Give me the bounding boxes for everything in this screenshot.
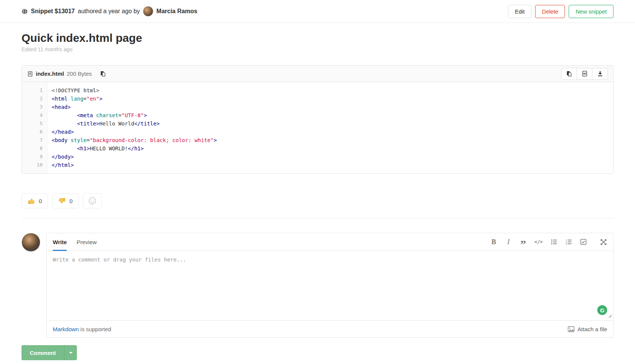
open-raw-button[interactable] <box>577 68 592 80</box>
copy-icon <box>566 70 572 77</box>
file-panel: index.html 200 Bytes <box>21 65 614 174</box>
comment-submit-button[interactable]: Comment <box>21 345 64 360</box>
code-gutter: 12345678910 <box>22 82 47 173</box>
thumbs-down-button[interactable]: 0 <box>52 193 78 208</box>
file-title: index.html 200 Bytes <box>27 70 108 78</box>
file-name: index.html <box>36 70 64 77</box>
tab-preview[interactable]: Preview <box>77 233 96 251</box>
comment-form-header: Write Preview B I ” </> 123 <box>47 233 613 251</box>
current-user-avatar <box>21 233 40 252</box>
author-avatar[interactable] <box>143 6 153 17</box>
svg-text:3: 3 <box>566 243 567 245</box>
code-viewer: 12345678910 <!DOCTYPE html><html lang="e… <box>22 82 613 173</box>
thumbs-down-count: 0 <box>69 198 72 204</box>
comment-options-toggle[interactable] <box>64 345 77 360</box>
copy-file-path-button[interactable] <box>98 70 108 78</box>
thumbs-up-icon <box>28 197 35 205</box>
italic-button[interactable]: I <box>505 237 512 246</box>
award-emoji-row: 0 0 <box>21 193 614 208</box>
markdown-toolbar: B I ” </> 123 <box>490 237 607 246</box>
snippet-header: Quick index.html page Edited 11 months a… <box>0 23 635 52</box>
resize-handle[interactable] <box>608 313 612 320</box>
attach-file-label: Attach a file <box>578 326 607 332</box>
download-button[interactable] <box>592 68 608 80</box>
snippet-id: Snippet $13017 <box>31 8 75 15</box>
comment-textarea[interactable] <box>47 251 613 320</box>
copy-contents-button[interactable] <box>561 68 577 80</box>
file-size: 200 Bytes <box>67 70 92 77</box>
copy-icon <box>100 70 106 77</box>
submit-row: Comment <box>21 345 614 360</box>
smiley-icon <box>88 197 96 205</box>
fullscreen-button[interactable] <box>600 237 607 246</box>
thumbs-up-button[interactable]: 0 <box>21 193 48 208</box>
comment-section: Write Preview B I ” </> 123 <box>0 219 635 338</box>
edit-button[interactable]: Edit <box>508 5 531 18</box>
file-header: index.html 200 Bytes <box>22 66 613 82</box>
file-text-icon <box>27 71 33 77</box>
snippet-topbar: Snippet $13017 authored a year ago by Ma… <box>0 0 635 23</box>
bold-button[interactable]: B <box>490 237 497 246</box>
attach-file-button[interactable]: Attach a file <box>568 326 607 333</box>
file-action-buttons <box>561 68 608 80</box>
add-award-emoji-button[interactable] <box>83 193 102 208</box>
edited-timestamp: Edited 11 months ago <box>21 46 614 52</box>
globe-icon <box>21 8 28 15</box>
comment-split-button: Comment <box>21 345 77 360</box>
new-snippet-button[interactable]: New snippet <box>569 5 614 18</box>
thumbs-up-count: 0 <box>39 198 42 204</box>
markdown-link[interactable]: Markdown <box>53 326 79 332</box>
numbered-list-button[interactable]: 123 <box>565 237 572 246</box>
authored-text: authored a year ago by <box>78 8 140 15</box>
comment-form: Write Preview B I ” </> 123 <box>46 233 614 338</box>
page-title: Quick index.html page <box>21 31 614 45</box>
snippet-meta: Snippet $13017 authored a year ago by Ma… <box>21 6 197 17</box>
tab-write[interactable]: Write <box>53 233 67 251</box>
grammarly-icon[interactable]: G <box>597 305 607 315</box>
comment-input-area: G <box>47 251 613 320</box>
attach-image-icon <box>568 326 575 333</box>
code-button[interactable]: </> <box>534 237 543 246</box>
quote-button[interactable]: ” <box>520 237 526 246</box>
author-name[interactable]: Marcia Ramos <box>156 8 197 15</box>
markdown-suffix: is supported <box>79 326 111 332</box>
snippet-actions: Edit Delete New snippet <box>508 5 614 18</box>
chevron-down-icon <box>69 352 73 354</box>
bullet-list-button[interactable] <box>551 237 557 246</box>
download-icon <box>597 70 603 77</box>
raw-file-icon <box>581 70 588 77</box>
delete-button[interactable]: Delete <box>535 5 565 18</box>
task-list-button[interactable] <box>580 237 587 246</box>
thumbs-down-icon <box>58 197 66 205</box>
code-content: <!DOCTYPE html><html lang="en"><head> <m… <box>47 82 217 173</box>
comment-form-footer: Markdown is supported Attach a file <box>47 320 613 337</box>
